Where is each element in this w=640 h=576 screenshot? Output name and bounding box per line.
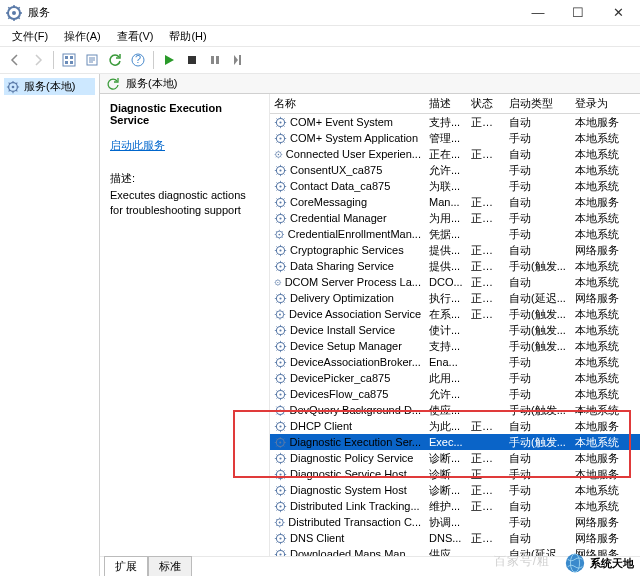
service-row[interactable]: DNS ClientDNS...正在...自动网络服务 (270, 530, 640, 546)
service-status: 正在... (467, 211, 505, 226)
close-button[interactable]: ✕ (598, 0, 638, 26)
service-row[interactable]: Device Setup Manager支持...手动(触发...本地系统 (270, 338, 640, 354)
service-row[interactable]: Credential Manager为用...正在...手动本地系统 (270, 210, 640, 226)
start-service-link[interactable]: 启动此服务 (110, 138, 165, 153)
svg-point-25 (279, 185, 281, 187)
service-row[interactable]: ConsentUX_ca875允许...手动本地系统 (270, 162, 640, 178)
service-name: Contact Data_ca875 (290, 180, 390, 192)
tab-extended[interactable]: 扩展 (104, 556, 148, 576)
service-row[interactable]: CoreMessagingMan...正在...自动本地服务 (270, 194, 640, 210)
service-row[interactable]: DCOM Server Process La...DCO...正在...自动本地… (270, 274, 640, 290)
service-row[interactable]: Distributed Transaction C...协调...手动网络服务 (270, 514, 640, 530)
refresh-small-icon[interactable] (106, 77, 120, 91)
menu-action[interactable]: 操作(A) (58, 28, 107, 45)
service-icon (274, 228, 285, 241)
restart-icon[interactable] (227, 49, 249, 71)
service-row[interactable]: Device Install Service使计...手动(触发...本地系统 (270, 322, 640, 338)
service-status: 正在... (467, 531, 505, 546)
service-desc: DNS... (425, 532, 467, 544)
menu-help[interactable]: 帮助(H) (163, 28, 212, 45)
service-status: 正在... (467, 275, 505, 290)
col-desc[interactable]: 描述 (425, 96, 467, 111)
service-name: Connected User Experien... (286, 148, 421, 160)
service-row[interactable]: DHCP Client为此...正在...自动本地服务 (270, 418, 640, 434)
svg-point-41 (279, 313, 281, 315)
service-desc: 此用... (425, 371, 467, 386)
export-icon[interactable] (81, 49, 103, 71)
forward-button[interactable] (27, 49, 49, 71)
services-list[interactable]: 名称 描述 状态 启动类型 登录为 COM+ Event System支持...… (270, 94, 640, 556)
service-startup: 手动 (505, 179, 571, 194)
service-name: Delivery Optimization (290, 292, 394, 304)
tree-item-services-local[interactable]: 服务(本地) (4, 78, 95, 95)
service-row[interactable]: COM+ Event System支持...正在...自动本地服务 (270, 114, 640, 130)
maximize-button[interactable]: ☐ (558, 0, 598, 26)
service-row[interactable]: Diagnostic System Host诊断...正在...手动本地系统 (270, 482, 640, 498)
start-icon[interactable] (158, 49, 180, 71)
service-icon (274, 548, 287, 557)
service-row[interactable]: Connected User Experien...正在...正在...自动本地… (270, 146, 640, 162)
service-name: Data Sharing Service (290, 260, 394, 272)
service-name: Downloaded Maps Man... (290, 548, 415, 556)
service-logon: 本地系统 (571, 275, 627, 290)
service-startup: 手动 (505, 227, 571, 242)
pane-title: 服务(本地) (126, 76, 177, 91)
column-headers[interactable]: 名称 描述 状态 启动类型 登录为 (270, 94, 640, 114)
service-logon: 本地系统 (571, 259, 627, 274)
back-button[interactable] (4, 49, 26, 71)
col-name[interactable]: 名称 (270, 96, 425, 111)
service-icon (274, 132, 287, 145)
service-row[interactable]: Contact Data_ca875为联...手动本地系统 (270, 178, 640, 194)
service-icon (274, 404, 287, 417)
refresh-icon[interactable] (104, 49, 126, 71)
svg-rect-3 (65, 56, 68, 59)
service-startup: 手动 (505, 483, 571, 498)
service-startup: 自动(延迟... (505, 291, 571, 306)
stop-icon[interactable] (181, 49, 203, 71)
pause-icon[interactable] (204, 49, 226, 71)
tree-item-label: 服务(本地) (24, 79, 75, 94)
service-icon (274, 500, 287, 513)
service-row[interactable]: Cryptographic Services提供...正在...自动网络服务 (270, 242, 640, 258)
svg-point-67 (279, 521, 281, 523)
service-row[interactable]: DevicesFlow_ca875允许...手动本地系统 (270, 386, 640, 402)
col-logon[interactable]: 登录为 (571, 96, 627, 111)
service-startup: 手动 (505, 163, 571, 178)
service-status: 正在... (467, 467, 505, 482)
service-row[interactable]: Delivery Optimization执行...正在...自动(延迟...网… (270, 290, 640, 306)
service-desc: 使应... (425, 403, 467, 418)
service-row[interactable]: DevQuery Background D...使应...手动(触发...本地系… (270, 402, 640, 418)
service-logon: 网络服务 (571, 531, 627, 546)
service-row[interactable]: Data Sharing Service提供...正在...手动(触发...本地… (270, 258, 640, 274)
menu-file[interactable]: 文件(F) (6, 28, 54, 45)
tab-standard[interactable]: 标准 (148, 556, 192, 576)
svg-rect-13 (239, 55, 241, 65)
service-row[interactable]: DeviceAssociationBroker...Ena...手动本地系统 (270, 354, 640, 370)
service-status: 正在... (467, 195, 505, 210)
service-row[interactable]: Diagnostic Execution Ser...Exec...手动(触发.… (270, 434, 640, 450)
service-row[interactable]: Device Association Service在系...正在...手动(触… (270, 306, 640, 322)
service-startup: 手动 (505, 211, 571, 226)
globe-icon (564, 552, 586, 574)
svg-rect-4 (70, 56, 73, 59)
svg-point-71 (279, 553, 281, 555)
svg-point-1 (12, 11, 16, 15)
minimize-button[interactable]: — (518, 0, 558, 26)
service-status: 正在... (467, 307, 505, 322)
service-row[interactable]: COM+ System Application管理...手动本地系统 (270, 130, 640, 146)
menu-view[interactable]: 查看(V) (111, 28, 160, 45)
service-startup: 手动(触发... (505, 259, 571, 274)
service-icon (274, 516, 285, 529)
service-desc: 协调... (425, 515, 467, 530)
service-row[interactable]: DevicePicker_ca875此用...手动本地系统 (270, 370, 640, 386)
service-row[interactable]: Distributed Link Tracking...维护...正在...自动… (270, 498, 640, 514)
col-status[interactable]: 状态 (467, 96, 505, 111)
help-icon[interactable]: ? (127, 49, 149, 71)
service-row[interactable]: Diagnostic Service Host诊断...正在...手动本地服务 (270, 466, 640, 482)
service-row[interactable]: CredentialEnrollmentMan...凭据...手动本地系统 (270, 226, 640, 242)
properties-icon[interactable] (58, 49, 80, 71)
service-row[interactable]: Diagnostic Policy Service诊断...正在...自动本地服… (270, 450, 640, 466)
col-startup[interactable]: 启动类型 (505, 96, 571, 111)
service-desc: 维护... (425, 499, 467, 514)
service-desc: 正在... (425, 147, 467, 162)
